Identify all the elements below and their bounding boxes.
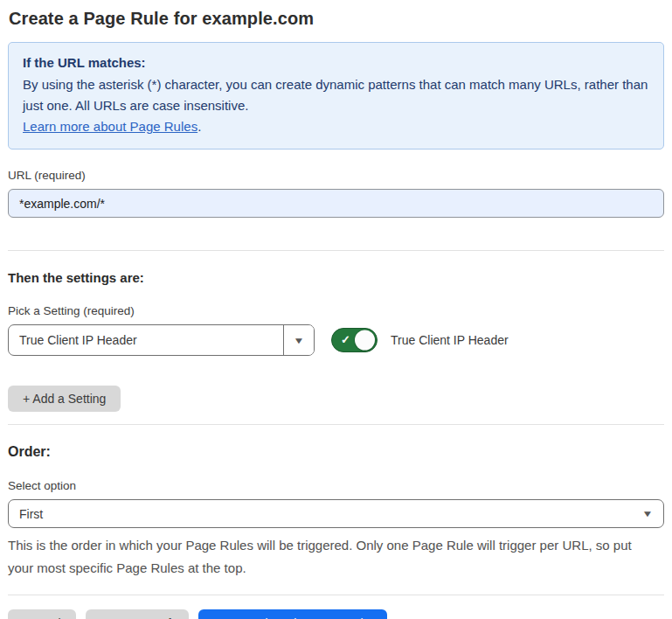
setting-select-caret-segment[interactable]: ▼ bbox=[283, 325, 314, 355]
page-title: Create a Page Rule for example.com bbox=[9, 9, 664, 29]
order-select-value: First bbox=[9, 500, 643, 527]
url-match-info-box: If the URL matches: By using the asteris… bbox=[8, 42, 664, 150]
toggle-knob bbox=[355, 330, 375, 351]
url-field-label: URL (required) bbox=[8, 169, 664, 182]
footer-actions: Cancel Save as Draft Save and Deploy Pag… bbox=[8, 609, 664, 619]
true-client-ip-toggle[interactable]: ✓ bbox=[331, 328, 378, 352]
add-setting-button[interactable]: + Add a Setting bbox=[8, 386, 121, 412]
learn-more-link[interactable]: Learn more about Page Rules bbox=[23, 119, 197, 134]
info-box-link-line: Learn more about Page Rules. bbox=[23, 116, 649, 137]
link-suffix: . bbox=[197, 119, 201, 134]
chevron-down-icon: ▼ bbox=[641, 509, 653, 518]
toggle-label: True Client IP Header bbox=[391, 333, 509, 347]
order-select[interactable]: First ▼ bbox=[8, 499, 664, 528]
order-help-text: This is the order in which your Page Rul… bbox=[8, 534, 659, 580]
cancel-button[interactable]: Cancel bbox=[8, 609, 76, 619]
footer-divider bbox=[8, 595, 664, 595]
setting-select-value: True Client IP Header bbox=[9, 325, 283, 355]
section-divider bbox=[8, 250, 664, 251]
setting-row: True Client IP Header ▼ ✓ True Client IP… bbox=[8, 324, 664, 356]
order-section-heading: Order: bbox=[8, 444, 664, 460]
checkmark-icon: ✓ bbox=[341, 333, 350, 346]
save-as-draft-button[interactable]: Save as Draft bbox=[86, 609, 190, 619]
pick-setting-label: Pick a Setting (required) bbox=[8, 304, 664, 317]
order-select-label: Select option bbox=[8, 479, 664, 492]
info-box-heading: If the URL matches: bbox=[23, 52, 649, 73]
toggle-wrap: ✓ True Client IP Header bbox=[331, 328, 509, 352]
save-and-deploy-button[interactable]: Save and Deploy Page Rule bbox=[198, 609, 387, 619]
info-box-body: By using the asterisk (*) character, you… bbox=[23, 74, 649, 116]
setting-select[interactable]: True Client IP Header ▼ bbox=[8, 324, 315, 356]
settings-section-heading: Then the settings are: bbox=[8, 270, 664, 285]
order-select-caret: ▼ bbox=[643, 500, 663, 527]
chevron-down-icon: ▼ bbox=[293, 336, 304, 345]
url-input[interactable] bbox=[8, 189, 664, 218]
section-divider bbox=[8, 424, 664, 425]
